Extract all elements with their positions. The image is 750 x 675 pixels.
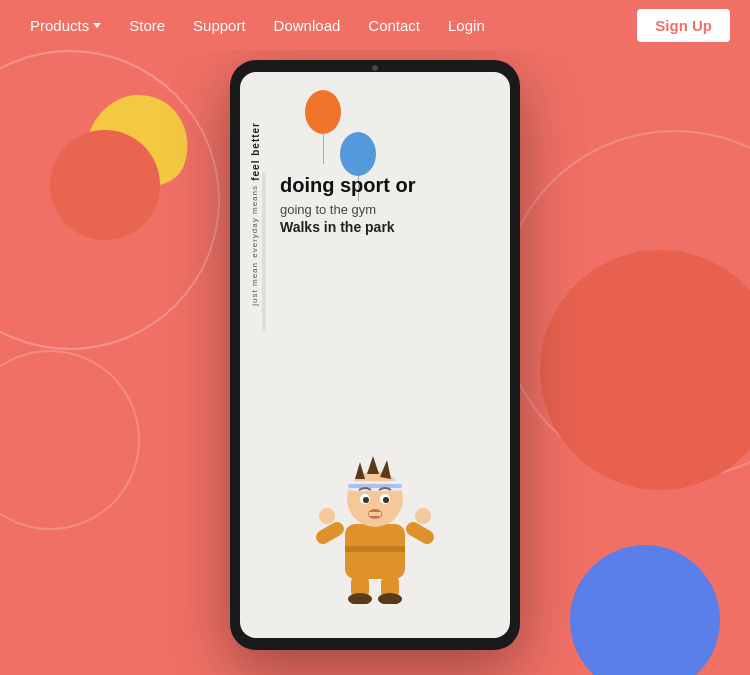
yellow-shape (78, 81, 203, 200)
signup-label: Sign Up (655, 17, 712, 34)
vertical-text-just-mean: just mean (250, 262, 261, 306)
nav-contact[interactable]: Contact (358, 11, 430, 40)
navbar: Products Store Support Download Contact … (0, 0, 750, 50)
vertical-text-feel-better: feel better (250, 122, 261, 181)
svg-rect-7 (348, 484, 402, 488)
tablet-screen: feel better everyday means just mean doi… (240, 72, 510, 638)
character-illustration (315, 444, 435, 608)
nav-store-label: Store (129, 17, 165, 34)
balloon-orange (305, 90, 341, 134)
nav-support-label: Support (193, 17, 246, 34)
signup-button[interactable]: Sign Up (637, 9, 730, 42)
screen-content: feel better everyday means just mean doi… (240, 72, 510, 638)
balloon-string-orange (323, 134, 324, 164)
nav-login[interactable]: Login (438, 11, 495, 40)
svg-rect-15 (404, 519, 435, 546)
nav-products[interactable]: Products (20, 11, 111, 40)
nav-contact-label: Contact (368, 17, 420, 34)
svg-point-17 (415, 508, 431, 524)
chevron-down-icon (93, 23, 101, 28)
screen-bar (262, 172, 266, 332)
circle-outline-right (500, 130, 750, 480)
tablet-device: feel better everyday means just mean doi… (230, 60, 520, 650)
svg-point-10 (363, 497, 369, 503)
orange-circle-left (50, 130, 160, 240)
svg-point-20 (348, 593, 372, 604)
balloon-blue (340, 132, 376, 176)
blue-circle-bottom-right (570, 545, 720, 675)
svg-rect-13 (369, 512, 381, 516)
nav-download-label: Download (274, 17, 341, 34)
nav-products-label: Products (30, 17, 89, 34)
svg-marker-5 (380, 460, 391, 479)
nav-support[interactable]: Support (183, 11, 256, 40)
nav-store[interactable]: Store (119, 11, 175, 40)
svg-point-16 (319, 508, 335, 524)
nav-download[interactable]: Download (264, 11, 351, 40)
nav-login-label: Login (448, 17, 485, 34)
salmon-circle-right (540, 250, 750, 490)
hero-sub-text1: going to the gym (280, 202, 500, 217)
tablet-wrapper: feel better everyday means just mean doi… (230, 60, 520, 650)
svg-point-21 (378, 593, 402, 604)
vertical-text-everyday: everyday means (250, 185, 261, 258)
hero-big-text: doing sport or (280, 172, 500, 198)
circle-outline-left (0, 50, 220, 350)
svg-marker-4 (367, 456, 379, 474)
vertical-text-group: feel better everyday means just mean (250, 122, 261, 305)
svg-marker-3 (355, 462, 365, 479)
hero-sub-text2: Walks in the park (280, 219, 500, 235)
svg-point-11 (383, 497, 389, 503)
nav-items: Products Store Support Download Contact … (20, 11, 637, 40)
main-text-area: doing sport or going to the gym Walks in… (280, 172, 500, 235)
character-svg (315, 444, 435, 604)
svg-rect-14 (315, 519, 346, 546)
circle-outline-lower-left (0, 350, 140, 530)
